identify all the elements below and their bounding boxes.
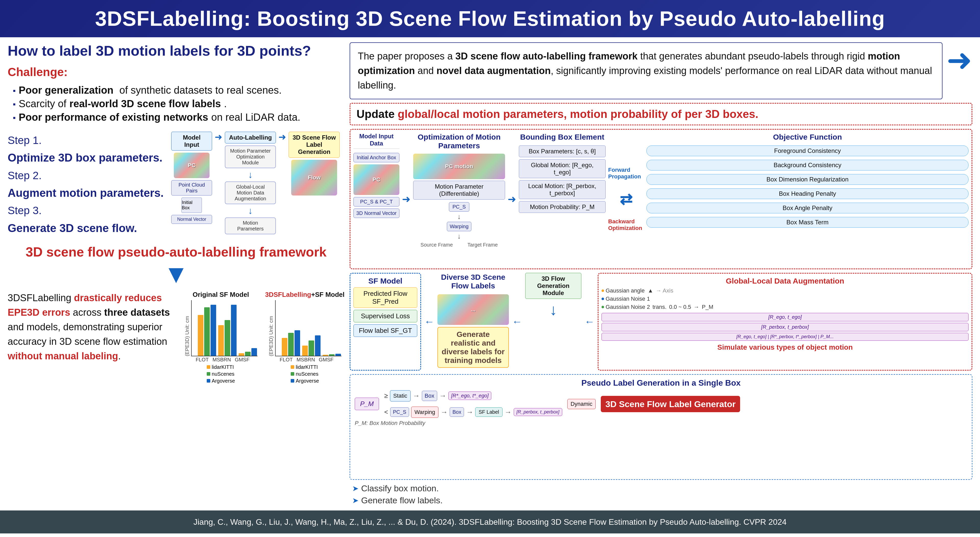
box-params: Box Parameters: [c, s, θ] [519,145,606,157]
classify-generate: ➤ Classify box motion. ➤ Generate flow l… [350,483,972,505]
framework-label: 3D scene flow pseudo-auto-labelling fram… [8,244,345,260]
dyn-arrow2: → [466,408,473,416]
bar-group-gmsf-2 [323,354,341,356]
box-mass-term: Box Mass Term [646,217,969,228]
arrow-bottom-1: ← [424,273,434,371]
chart1-ylabel: (EPE3D) Unit: cm [184,316,190,356]
scene-flow-badge: 3D Scene Flow Label Generator [601,396,740,412]
supervised-loss: Supervised Loss [353,310,417,322]
chart2-area [275,300,342,356]
chart1-xlabels: FLOTMSBRNGMSF [188,357,254,363]
point-cloud-pairs-label: Point Cloud Pairs [171,180,212,196]
bar-group-flot-2 [282,330,300,356]
arrow-1: ➜ [215,132,222,142]
bullet-2: Scarcity of real-world 3D scene flow lab… [13,98,345,110]
bar-gmsf-lidar-1 [239,353,244,356]
diverse-flow-img: ... [438,294,509,325]
motion-param-opt-label: Motion Parameter Optimization Module [225,145,276,168]
footer: Jiang, C., Wang, G., Liu, J., Wang, H., … [0,510,980,534]
box-angle-penalty: Box Angle Penalty [646,202,969,214]
bar-flot-nu-2 [288,333,294,356]
normal-vector-label: Normal Vector [171,215,212,224]
bar-gmsf-argo-2 [335,354,341,356]
generate-label: Generate realistic and diverse labels fo… [438,327,509,368]
predicted-flow: Predicted Flow SF_Pred [353,287,417,308]
eq-r-perbox: [R_perbox, t_perbox] [601,323,969,331]
bar-gmsf-argo-1 [251,348,257,356]
initial-anchor-box: Initial Anchor Box [353,153,399,163]
warp-arrow: ↓ [457,213,461,221]
flow-gen-module: 3D Flow Generation Module [525,273,581,299]
bar-msbrn-nu-2 [309,341,314,356]
update-banner: Update global/local motion parameters, m… [350,103,972,125]
bar-group-gmsf-1 [239,348,257,356]
box-static: Box [422,391,437,401]
bullet-3: Poor performance of existing networks on… [13,112,345,123]
scene-flow-img: Flow [291,160,337,196]
bar-msbrn-nu-1 [224,320,230,356]
r-perbox-dyn: [R_perbox, t_perbox] [514,408,562,416]
diverse-title: Diverse 3D Scene Flow Labels [438,273,509,290]
chart1: Original SF Model (EPE3D) Unit: cm [184,291,258,384]
arrow-down-1: ↓ [248,170,253,179]
dynamic-label: Dynamic [567,399,596,409]
bullet-1: Poor generalization of synthetic dataset… [13,84,345,96]
static-label: Static [390,390,410,402]
static-arrow2: → [439,392,446,400]
pcs-label: PC_S [449,202,469,212]
pointcloud-img: PC [174,153,210,178]
eq-r-ego: [R_ego, t_ego] [601,313,969,321]
warping-label: Warping [447,222,471,231]
bar-msbrn-lidar-2 [302,346,308,356]
bar-flot-lidar-1 [198,315,204,356]
gaussian-noise1: Gaussian Noise 1 [601,296,969,302]
bar-flot-argo-1 [210,305,216,356]
pseudo-label-gen: Pseudo Label Generation in a Single Box … [350,374,972,480]
arrow-bottom-2: ← [512,273,522,371]
sf-model-title: SF Model [353,277,417,285]
bar-gmsf-lidar-2 [323,355,328,356]
bar-msbrn-argo-1 [231,305,237,356]
sf-label-eq: SF Label [475,407,502,417]
forward-backward: Forward Propagation ⇄ Backward Optimizat… [608,133,644,265]
bar-gmsf-nu-2 [329,354,334,356]
warp-arrow2: ↓ [457,232,461,241]
description-text: 3DSFLabelling drastically reduces EPE3D … [8,291,174,363]
box-dim-reg: Box Dimension Regularization [646,174,969,185]
model-input-label: Model Input [171,132,212,151]
motion-params-label: Motion Parameters [225,217,276,234]
flow-label-gt: Flow label SF_GT [353,324,417,337]
dyn-arrow3: → [504,408,512,416]
bar-msbrn-argo-2 [315,335,321,356]
global-local-title: Global-Local Data Augmentation [601,277,969,285]
big-down-arrow: ▼ [8,264,345,284]
pcs-pct-label: PC_S & PC_T [353,197,399,207]
optimization-section: Model Input Data Initial Anchor Box PC P… [350,129,972,269]
pm-box-prob: P_M: Box Motion Probability [355,420,967,427]
auto-labelling-label: Auto-Labelling [225,132,276,143]
pcs-dyn: PC_S [390,407,409,417]
challenge-bullets: Poor generalization of synthetic dataset… [13,84,345,125]
abstract-box: The paper proposes a 3D scene flow auto-… [350,42,942,99]
chart1-area [191,300,258,356]
flow-gen-arrow: ↓ [549,301,557,319]
challenge-label: Challenge: [8,65,345,79]
bar-group-msbrn-1 [218,305,237,356]
scene-flow-label: 3D Scene Flow Label Generation [289,132,340,158]
pc-input-img: PC [353,164,399,195]
box-heading-penalty: Box Heading Penalty [646,188,969,199]
bar-msbrn-lidar-1 [218,325,224,356]
bar-group-msbrn-2 [302,335,321,356]
bg-consistency: Background Consistency [646,160,969,171]
arrow-opt-2: ➜ [508,133,516,265]
sf-model-section: SF Model Predicted Flow SF_Pred Supervis… [350,273,421,371]
opt-pc-img: PC motion [413,154,505,179]
arrow-bottom-3: ← [584,273,595,371]
chart1-title: Original SF Model [192,291,249,299]
chart2-xlabels: FLOTMSBRNGMSF [272,357,338,363]
simulate-text: Simulate various types of object motion [601,343,969,351]
chart2-ylabel: (EPE3D) Unit: cm [268,316,274,356]
gaussian-angle: Gaussian angle ▲ → Axis [601,287,969,294]
main-title: 3DSFLabelling: Boosting 3D Scene Flow Es… [0,0,980,37]
local-motion: Local Motion: [R_perbox, t_perbox] [519,180,606,199]
